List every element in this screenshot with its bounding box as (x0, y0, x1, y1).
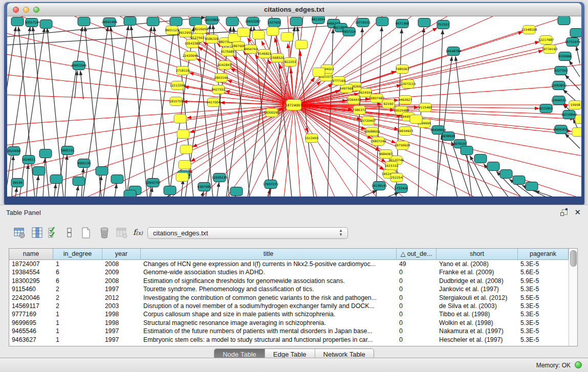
network-node[interactable]: 6497568 (340, 84, 354, 93)
network-node[interactable]: 15720407 (360, 117, 376, 125)
network-node[interactable] (40, 20, 52, 29)
network-node[interactable]: 62160 (382, 100, 395, 108)
column-header-pagerank[interactable]: pagerank (518, 249, 569, 260)
network-node[interactable]: 12973115 (400, 80, 416, 89)
network-node[interactable]: 8186328 (205, 35, 219, 43)
table-scrollbar[interactable] (569, 249, 577, 346)
network-node[interactable]: 7386372 (353, 106, 366, 115)
network-node[interactable]: 8601123 (165, 26, 179, 35)
network-node[interactable] (111, 175, 123, 184)
network-node[interactable] (164, 186, 176, 195)
network-node[interactable]: 1615152 (385, 162, 399, 170)
network-node[interactable]: 1568520 (271, 54, 285, 62)
column-header-title[interactable]: title (141, 249, 397, 260)
column-header-name[interactable]: name (9, 249, 53, 260)
network-node[interactable]: 9175685 (221, 48, 235, 56)
table-row[interactable]: 1872400712008Changes of HCN gene express… (9, 260, 569, 268)
delete-table-icon[interactable] (98, 227, 112, 240)
network-node[interactable]: 12505135 (212, 173, 228, 182)
network-node[interactable]: 751552 (437, 20, 449, 29)
network-node[interactable]: 12942757 (145, 179, 161, 187)
network-node[interactable]: 15958 (569, 101, 581, 110)
network-node[interactable]: 20953346 (71, 61, 87, 70)
table-row[interactable]: 1456911722003Disruption of a novel membe… (9, 302, 569, 310)
select-columns-icon[interactable] (47, 227, 60, 240)
network-node[interactable] (313, 68, 325, 77)
network-node[interactable] (526, 182, 538, 191)
network-node[interactable] (33, 167, 45, 176)
table-row[interactable]: 1830029562008Estimation of significance … (9, 277, 569, 285)
row-height-icon[interactable] (63, 227, 77, 240)
column-header-in_degree[interactable]: in_degree (53, 249, 102, 260)
network-node[interactable] (124, 190, 136, 197)
network-node[interactable]: 252254 (390, 173, 403, 182)
network-node[interactable] (73, 177, 85, 186)
network-node[interactable] (176, 173, 188, 182)
table-row[interactable]: 946554611997Estimation of the future num… (9, 327, 569, 335)
network-node[interactable]: 9417004 (207, 98, 221, 107)
network-node[interactable] (147, 17, 159, 26)
table-row[interactable]: 946362711997Embryonic stem cells: a mode… (9, 336, 569, 344)
network-node[interactable]: 8938928 (442, 132, 455, 141)
network-node[interactable] (174, 115, 186, 123)
network-node[interactable]: 22420046 (183, 52, 199, 60)
network-node[interactable] (177, 130, 189, 139)
show-column-icon[interactable] (31, 227, 45, 240)
network-node[interactable]: 822203 (284, 58, 296, 67)
network-node[interactable]: 1733426 (395, 184, 408, 193)
network-node[interactable] (290, 17, 302, 26)
network-node[interactable] (124, 17, 136, 26)
network-node[interactable] (230, 187, 243, 196)
table-settings-icon[interactable] (13, 227, 27, 240)
network-node[interactable]: 9227343 (554, 67, 568, 75)
network-node[interactable]: 12444151 (551, 96, 567, 105)
network-graph[interactable]: 9355724206914061603380910653287152760288… (7, 16, 581, 196)
table-selector-dropdown[interactable]: citations_edges.txt ▲▼ (147, 227, 348, 239)
network-node[interactable] (267, 27, 279, 36)
network-node[interactable]: 20691406 (102, 18, 118, 27)
network-node[interactable]: 2620650 (7, 147, 21, 156)
network-node[interactable] (575, 115, 581, 124)
network-node[interactable]: 9463627 (399, 96, 412, 104)
network-node[interactable]: 9355724 (25, 18, 39, 27)
network-node[interactable]: 12213399 (170, 81, 186, 90)
network-node[interactable]: 15692931 (553, 125, 569, 134)
network-node[interactable] (11, 17, 24, 26)
network-node[interactable]: 17957272 (263, 180, 279, 189)
network-node[interactable]: 16648784 (446, 47, 462, 56)
network-node[interactable]: 2803144 (214, 74, 228, 82)
network-node[interactable] (570, 29, 581, 37)
network-node[interactable]: 1810755 (169, 97, 183, 106)
network-node[interactable] (179, 161, 191, 169)
network-node[interactable]: 1513455 (305, 134, 319, 143)
network-node[interactable]: 9397585 (198, 183, 211, 191)
table-row[interactable]: 969969511998Structural magnetic resonanc… (9, 319, 569, 327)
function-builder-icon[interactable]: f(x) (133, 228, 146, 241)
network-node[interactable]: 8215953 (539, 104, 553, 113)
network-node[interactable]: 12093832 (551, 81, 567, 90)
table-row[interactable]: 977716911998Corpus callosum shape and si… (9, 310, 569, 318)
memory-status-indicator[interactable] (575, 361, 582, 368)
network-node[interactable]: 5905131 (61, 146, 75, 155)
network-node[interactable]: 8427552 (212, 85, 226, 94)
network-node[interactable] (96, 167, 108, 176)
network-node[interactable]: 19734193 (542, 45, 558, 54)
network-node[interactable]: 19756928 (395, 141, 410, 150)
network-node[interactable]: 1624611 (22, 156, 36, 164)
network-node[interactable]: 18226058 (193, 25, 209, 34)
network-node[interactable] (252, 31, 265, 39)
network-node[interactable]: 15807249 (371, 137, 386, 146)
network-node[interactable]: 8454743 (244, 45, 258, 54)
network-node[interactable]: 10719151 (355, 18, 371, 27)
network-node[interactable]: 10688609 (364, 127, 380, 136)
column-header-out_de[interactable]: △ out_de... (397, 249, 437, 260)
network-node[interactable] (513, 176, 525, 185)
network-node[interactable]: 9242843 (218, 61, 232, 70)
scrollbar-thumb[interactable] (570, 250, 577, 267)
network-node[interactable]: 18300295 (264, 108, 280, 117)
network-node[interactable]: 10543382 (185, 39, 201, 48)
network-node[interactable] (410, 115, 422, 124)
table-row[interactable]: 2242004622012Investigating the contribut… (9, 294, 569, 302)
network-node[interactable] (461, 146, 473, 155)
network-node[interactable] (474, 155, 487, 163)
